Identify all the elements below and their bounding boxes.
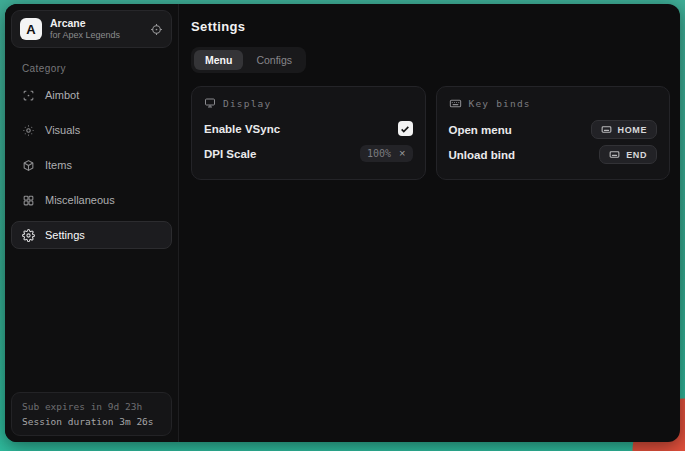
cube-icon	[22, 159, 35, 172]
brand-title: Arcane	[50, 17, 120, 30]
tab-menu[interactable]: Menu	[194, 50, 243, 70]
category-label: Category	[22, 63, 161, 74]
keyboard-icon	[601, 124, 612, 135]
sidebar-item-aimbot[interactable]: Aimbot	[11, 81, 172, 109]
sidebar: A Arcane for Apex Legends Category	[5, 4, 179, 442]
open-menu-bind-key: HOME	[618, 125, 647, 135]
sidebar-item-label: Settings	[45, 229, 85, 241]
main-content: Settings Menu Configs Display Enable VSy…	[179, 4, 680, 442]
tab-configs[interactable]: Configs	[245, 50, 303, 70]
display-card: Display Enable VSync DPI Scale 100% ×	[191, 86, 426, 180]
vsync-row: Enable VSync	[204, 116, 413, 141]
brand-logo: A	[20, 18, 42, 40]
grid-icon	[22, 194, 35, 207]
sidebar-item-miscellaneous[interactable]: Miscellaneous	[11, 186, 172, 214]
brand-subtitle: for Apex Legends	[50, 30, 120, 41]
keyboard-icon	[609, 149, 620, 160]
unload-bind-bind[interactable]: END	[599, 145, 657, 164]
app-window: A Arcane for Apex Legends Category	[5, 4, 680, 442]
sidebar-item-label: Visuals	[45, 124, 80, 136]
dpi-scale-label: DPI Scale	[204, 148, 256, 160]
check-icon	[400, 124, 410, 134]
dpi-scale-input[interactable]: 100% ×	[360, 145, 413, 162]
sub-expiry-text: Sub expires in 9d 23h	[22, 401, 161, 412]
dpi-scale-value: 100%	[367, 148, 391, 159]
sidebar-item-visuals[interactable]: Visuals	[11, 116, 172, 144]
sidebar-item-label: Aimbot	[45, 89, 79, 101]
subscription-panel: Sub expires in 9d 23h Session duration 3…	[11, 392, 172, 436]
clear-icon[interactable]: ×	[399, 148, 405, 159]
display-card-title: Display	[223, 98, 271, 109]
vsync-label: Enable VSync	[204, 123, 280, 135]
sidebar-nav: Aimbot Visuals Items	[11, 81, 172, 249]
unload-bind-label: Unload bind	[449, 149, 515, 161]
display-card-header: Display	[204, 97, 413, 109]
sidebar-item-label: Miscellaneous	[45, 194, 115, 206]
page-title: Settings	[191, 19, 670, 34]
settings-cards: Display Enable VSync DPI Scale 100% ×	[191, 86, 670, 180]
open-menu-row: Open menu HOME	[449, 117, 658, 142]
open-menu-bind[interactable]: HOME	[591, 120, 657, 139]
sidebar-item-items[interactable]: Items	[11, 151, 172, 179]
target-icon[interactable]	[150, 23, 163, 36]
keybinds-card: Key binds Open menu HOME Unload bin	[436, 86, 671, 180]
vsync-checkbox[interactable]	[398, 121, 413, 136]
gear-icon	[22, 229, 35, 242]
sidebar-item-label: Items	[45, 159, 72, 171]
brand-text: Arcane for Apex Legends	[50, 17, 120, 41]
keyboard-icon	[449, 97, 462, 110]
keybinds-card-title: Key binds	[469, 98, 531, 109]
crosshair-icon	[22, 89, 35, 102]
keybinds-card-header: Key binds	[449, 97, 658, 110]
open-menu-label: Open menu	[449, 124, 512, 136]
unload-bind-row: Unload bind END	[449, 142, 658, 167]
session-duration-text: Session duration 3m 26s	[22, 416, 161, 427]
sidebar-item-settings[interactable]: Settings	[11, 221, 172, 249]
settings-tabs: Menu Configs	[191, 47, 306, 73]
brand-card: A Arcane for Apex Legends	[11, 10, 172, 48]
monitor-icon	[204, 97, 216, 109]
dpi-scale-row: DPI Scale 100% ×	[204, 141, 413, 166]
unload-bind-key: END	[626, 150, 647, 160]
focus-icon	[22, 124, 35, 137]
